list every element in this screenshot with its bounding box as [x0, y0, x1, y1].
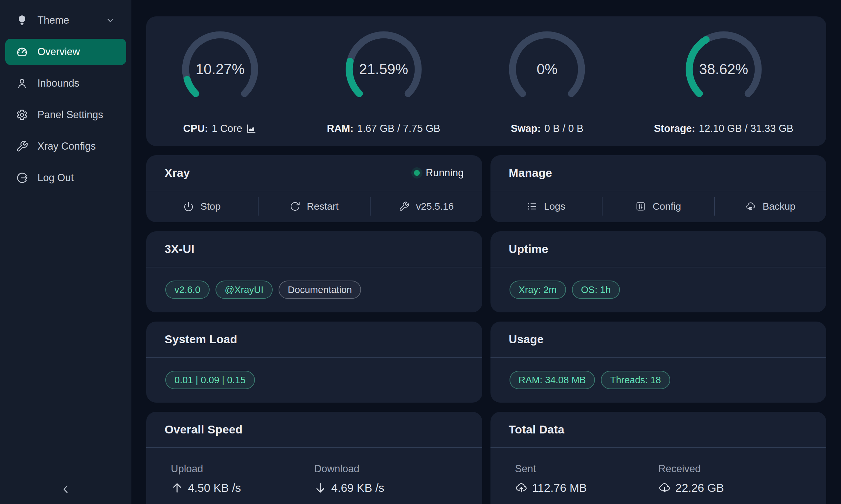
card-header: System Load: [146, 322, 482, 358]
arrow-up-icon: [171, 482, 183, 494]
manage-actions: LogsConfigBackup: [491, 191, 826, 221]
sidebar-item-label: Xray Configs: [37, 141, 96, 152]
gauge-percent: 10.27%: [179, 28, 261, 110]
sidebar-collapse-button[interactable]: [58, 482, 73, 498]
cloud-backup-icon: [745, 201, 756, 212]
gauge-label-prefix: Storage:: [654, 123, 695, 134]
card-header: Xray Running: [146, 155, 482, 191]
card-title: Total Data: [509, 423, 565, 436]
theme-label: Theme: [37, 15, 69, 26]
list-icon: [527, 201, 537, 212]
swap-gauge: 0%Swap:0 B / 0 B: [506, 28, 588, 134]
sidebar-item-overview[interactable]: Overview: [5, 39, 126, 65]
gauge-label-prefix: CPU:: [183, 123, 208, 134]
uptime-card: Uptime Xray: 2mOS: 1h: [491, 231, 826, 312]
card-title: 3X-UI: [165, 242, 194, 256]
xray-actions: StopRestartv25.5.16: [146, 191, 482, 221]
upload-stat: Upload4.50 KB /s: [171, 463, 314, 494]
gauge-label-value: 1 Core: [211, 123, 242, 134]
stat-value-text: 4.50 KB /s: [188, 481, 241, 494]
card-header: Total Data: [491, 412, 826, 448]
cpu-gauge: 10.27%CPU:1 Core: [179, 28, 261, 134]
config-button[interactable]: Config: [602, 191, 714, 221]
card-title: Usage: [509, 333, 544, 346]
stop-button[interactable]: Stop: [146, 191, 258, 221]
download-stat: Download4.69 KB /s: [314, 463, 457, 494]
gauge-label: CPU:1 Core: [183, 123, 257, 134]
action-label: v25.5.16: [416, 201, 454, 212]
card-header: Uptime: [491, 231, 826, 267]
gauge-percent: 38.62%: [683, 28, 765, 110]
theme-menu[interactable]: Theme: [5, 7, 126, 34]
stat-value-text: 4.69 KB /s: [331, 481, 384, 494]
chevron-down-icon: [105, 15, 116, 25]
action-label: Restart: [307, 201, 339, 212]
stat-value: 4.50 KB /s: [171, 481, 314, 494]
sidebar-item-logout[interactable]: Log Out: [5, 165, 126, 191]
lightbulb-icon: [16, 14, 28, 26]
tag-0-01-0-09-0-15: 0.01 | 0.09 | 0.15: [165, 371, 255, 389]
backup-button[interactable]: Backup: [715, 191, 826, 221]
stat-value: 22.26 GB: [658, 481, 802, 494]
sidebar-item-panel-settings[interactable]: Panel Settings: [5, 102, 126, 128]
tag-documentation[interactable]: Documentation: [279, 281, 361, 299]
gauge-label-value: 0 B / 0 B: [544, 123, 583, 134]
wrench-icon: [399, 201, 409, 212]
gauge-percent: 21.59%: [343, 28, 425, 110]
card-header: Manage: [491, 155, 826, 191]
usage-card: Usage RAM: 34.08 MBThreads: 18: [491, 322, 826, 402]
gauge-label: RAM:1.67 GB / 7.75 GB: [327, 123, 440, 134]
action-label: Stop: [201, 201, 221, 212]
sidebar-item-inbounds[interactable]: Inbounds: [5, 70, 126, 96]
xray-status-badge: Running: [414, 167, 464, 179]
logs-button[interactable]: Logs: [491, 191, 602, 221]
total-data-card: Total Data Sent112.76 MBReceived22.26 GB: [491, 412, 826, 504]
sidebar: Theme Overview Inbounds Panel Settings X…: [0, 0, 132, 504]
usage-tags: RAM: 34.08 MBThreads: 18: [491, 358, 826, 402]
gauge-ring: 38.62%: [683, 28, 765, 110]
system-load-tags: 0.01 | 0.09 | 0.15: [146, 358, 482, 402]
speed-stats: Upload4.50 KB /sDownload4.69 KB /s: [146, 448, 482, 494]
stat-label: Sent: [515, 463, 658, 475]
action-label: Backup: [762, 201, 795, 212]
card-header: Overall Speed: [146, 412, 482, 448]
storage-gauge: 38.62%Storage:12.10 GB / 31.33 GB: [654, 28, 793, 134]
gauge-label-prefix: Swap:: [511, 123, 541, 134]
gauge-ring: 10.27%: [179, 28, 261, 110]
sliders-icon: [635, 201, 646, 212]
logout-icon: [16, 172, 28, 184]
cloud-upload-icon: [515, 482, 528, 494]
tag-xray-2m: Xray: 2m: [510, 281, 566, 299]
sent-stat: Sent112.76 MB: [515, 463, 658, 494]
stat-label: Upload: [171, 463, 314, 475]
gauge-percent: 0%: [506, 28, 588, 110]
gauge-label-value: 1.67 GB / 7.75 GB: [357, 123, 440, 134]
gauge-label: Swap:0 B / 0 B: [511, 123, 583, 134]
version-button[interactable]: v25.5.16: [371, 191, 482, 221]
gauge-icon: [16, 46, 28, 58]
card-header: 3X-UI: [146, 231, 482, 267]
stat-value: 112.76 MB: [515, 481, 658, 494]
sidebar-item-label: Overview: [37, 46, 80, 58]
xray-card: Xray Running StopRestartv25.5.16: [146, 155, 482, 222]
tag-os-1h: OS: 1h: [572, 281, 620, 299]
action-label: Logs: [544, 201, 565, 212]
tag-ram-34-08-mb: RAM: 34.08 MB: [510, 371, 595, 389]
card-title: Manage: [509, 166, 552, 179]
gear-icon: [16, 109, 28, 121]
area-chart-icon[interactable]: [246, 123, 257, 134]
tag-xrayui[interactable]: @XrayUI: [216, 281, 273, 299]
system-gauges-card: 10.27%CPU:1 Core21.59%RAM:1.67 GB / 7.75…: [146, 16, 826, 146]
sidebar-item-label: Log Out: [37, 172, 73, 184]
gauge-label-value: 12.10 GB / 31.33 GB: [699, 123, 793, 134]
overall-speed-card: Overall Speed Upload4.50 KB /sDownload4.…: [146, 412, 482, 504]
cards-grid: Xray Running StopRestartv25.5.16 Manage …: [146, 155, 826, 504]
tag-v2-6-0[interactable]: v2.6.0: [165, 281, 210, 299]
status-label: Running: [426, 167, 464, 179]
gauge-ring: 21.59%: [343, 28, 425, 110]
sidebar-item-xray-configs[interactable]: Xray Configs: [5, 133, 126, 160]
stat-value-text: 112.76 MB: [532, 481, 587, 494]
restart-button[interactable]: Restart: [259, 191, 370, 221]
card-title: Uptime: [509, 242, 548, 256]
action-label: Config: [652, 201, 681, 212]
